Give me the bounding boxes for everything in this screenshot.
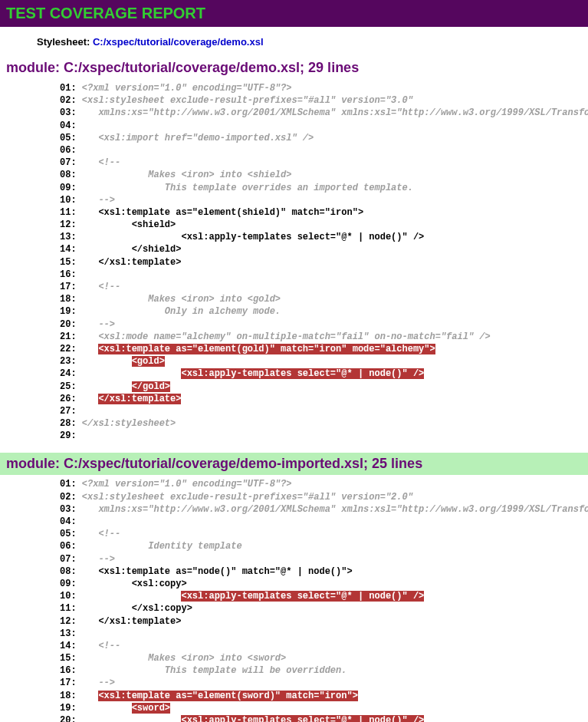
code-segment: </xsl:copy> <box>132 603 192 614</box>
stylesheet-link[interactable]: C:/xspec/tutorial/coverage/demo.xsl <box>93 36 264 48</box>
code-segment: <!-- <box>82 282 120 292</box>
code-block: 01: <?xml version="1.0" encoding="UTF-8"… <box>60 82 588 442</box>
code-segment: xmlns:xs="http://www.w3.org/2001/XMLSche… <box>82 107 588 118</box>
line-number: 19: <box>60 703 82 714</box>
stylesheet-label: Stylesheet: <box>37 36 93 48</box>
line-number: 13: <box>60 628 82 639</box>
code-segment: <xsl:stylesheet exclude-result-prefixes=… <box>82 95 413 106</box>
code-segment: <xsl:template as="element(gold)" match="… <box>98 344 435 354</box>
stylesheet-row: Stylesheet: C:/xspec/tutorial/coverage/d… <box>37 36 588 48</box>
line-number: 24: <box>60 368 82 379</box>
line-number: 22: <box>60 344 82 354</box>
code-block: 01: <?xml version="1.0" encoding="UTF-8"… <box>60 478 588 722</box>
report-title: TEST COVERAGE REPORT <box>0 0 588 27</box>
code-segment: <xsl:template as="node()" match="@* | no… <box>98 566 352 577</box>
line-number: 23: <box>60 356 82 367</box>
code-segment <box>82 368 182 379</box>
line-number: 29: <box>60 430 82 441</box>
code-segment <box>82 715 182 722</box>
code-segment: <xsl:template as="element(shield)" match… <box>98 207 363 218</box>
line-number: 11: <box>60 207 82 218</box>
code-segment: <xsl:apply-templates select="@* | node()… <box>181 591 424 602</box>
line-number: 25: <box>60 381 82 392</box>
code-segment: This template will be overridden. <box>82 665 347 676</box>
line-number: 13: <box>60 232 82 242</box>
line-number: 18: <box>60 691 82 701</box>
code-segment: <sword> <box>132 703 170 714</box>
line-number: 02: <box>60 95 82 106</box>
line-number: 12: <box>60 219 82 230</box>
code-segment: Makes <iron> into <gold> <box>82 294 281 305</box>
line-number: 15: <box>60 653 82 664</box>
line-number: 03: <box>60 504 82 515</box>
line-number: 01: <box>60 83 82 94</box>
line-number: 20: <box>60 715 82 722</box>
code-segment: </gold> <box>132 381 170 392</box>
line-number: 27: <box>60 406 82 417</box>
line-number: 21: <box>60 331 82 342</box>
line-number: 18: <box>60 294 82 305</box>
line-number: 15: <box>60 257 82 268</box>
code-segment <box>82 244 132 255</box>
code-segment: Makes <iron> into <shield> <box>82 170 292 180</box>
code-segment <box>82 219 132 230</box>
code-segment: </xsl:stylesheet> <box>82 418 176 429</box>
line-number: 08: <box>60 566 82 577</box>
code-segment: <!-- <box>82 529 120 539</box>
code-segment <box>82 603 132 614</box>
line-number: 16: <box>60 269 82 280</box>
line-number: 01: <box>60 479 82 490</box>
line-number: 09: <box>60 579 82 589</box>
code-segment: xmlns:xs="http://www.w3.org/2001/XMLSche… <box>82 504 588 515</box>
line-number: 17: <box>60 282 82 292</box>
code-segment <box>82 381 132 392</box>
code-segment: This template overrides an imported temp… <box>82 183 413 193</box>
module-heading: module: C:/xspec/tutorial/coverage/demo-… <box>0 453 588 475</box>
line-number: 14: <box>60 244 82 255</box>
code-segment <box>82 616 99 627</box>
code-segment: <xsl:stylesheet exclude-result-prefixes=… <box>82 492 413 503</box>
line-number: 03: <box>60 107 82 118</box>
code-segment: Identity template <box>82 541 242 552</box>
code-segment: <xsl:apply-templates select="@* | node()… <box>181 232 424 242</box>
code-segment: <xsl:mode name="alchemy" on-multiple-mat… <box>82 331 491 342</box>
line-number: 17: <box>60 677 82 688</box>
code-segment <box>82 691 99 701</box>
line-number: 19: <box>60 306 82 317</box>
line-number: 07: <box>60 554 82 565</box>
code-segment: </shield> <box>132 244 182 255</box>
code-segment: --> <box>82 677 115 688</box>
line-number: 06: <box>60 145 82 156</box>
module-heading: module: C:/xspec/tutorial/coverage/demo.… <box>0 57 588 79</box>
line-number: 09: <box>60 183 82 193</box>
line-number: 04: <box>60 120 82 131</box>
code-segment: <!-- <box>82 641 120 651</box>
code-segment <box>82 207 99 218</box>
code-segment <box>82 232 182 242</box>
line-number: 10: <box>60 591 82 602</box>
code-segment: <!-- <box>82 157 120 168</box>
code-segment: --> <box>82 195 115 206</box>
code-segment <box>82 257 99 268</box>
code-segment: </xsl:template> <box>98 616 181 627</box>
code-segment: <xsl:import href="demo-imported.xsl" /> <box>82 133 314 143</box>
code-segment: <xsl:apply-templates select="@* | node()… <box>181 715 424 722</box>
line-number: 14: <box>60 641 82 651</box>
line-number: 26: <box>60 394 82 404</box>
code-segment: <gold> <box>132 356 165 367</box>
code-segment <box>82 703 132 714</box>
line-number: 28: <box>60 418 82 429</box>
code-segment: <?xml version="1.0" encoding="UTF-8"?> <box>82 83 292 94</box>
line-number: 10: <box>60 195 82 206</box>
line-number: 11: <box>60 603 82 614</box>
code-segment: <shield> <box>132 219 176 230</box>
line-number: 05: <box>60 529 82 539</box>
code-segment: <xsl:apply-templates select="@* | node()… <box>181 368 424 379</box>
line-number: 05: <box>60 133 82 143</box>
line-number: 04: <box>60 516 82 527</box>
code-segment <box>82 579 132 589</box>
line-number: 20: <box>60 319 82 330</box>
code-segment: <?xml version="1.0" encoding="UTF-8"?> <box>82 479 292 490</box>
line-number: 06: <box>60 541 82 552</box>
line-number: 07: <box>60 157 82 168</box>
